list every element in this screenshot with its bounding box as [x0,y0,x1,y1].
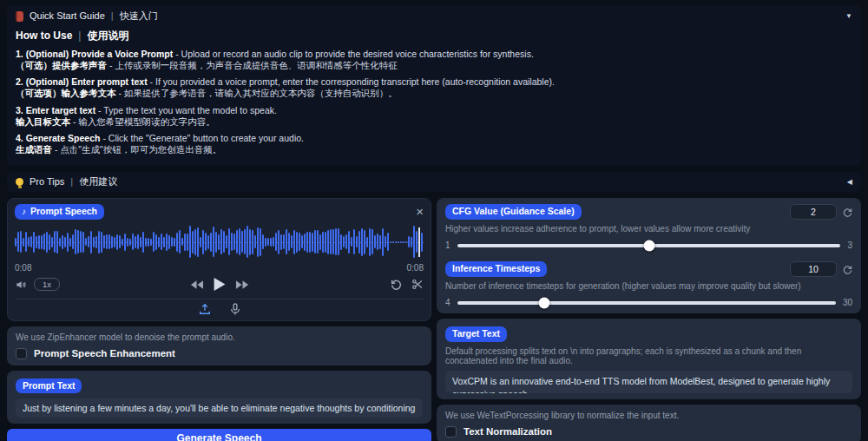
timesteps-block: Inference Timesteps 10 Number of inferen… [445,261,852,307]
timesteps-min-label: 4 [445,298,450,307]
prompt-text-input[interactable] [16,398,423,418]
prompt-speech-player: ♪ Prompt Speech × 0:08 0:08 [7,198,431,321]
timesteps-value-input[interactable]: 10 [790,261,837,277]
pro-tips-title: Pro Tips|使用建议 [30,175,117,188]
app: Quick Start Guide|快速入门 ▼ How to Use|使用说明… [0,0,868,441]
quick-start-title: Quick Start Guide|快速入门 [30,10,158,23]
target-text-input[interactable]: VoxCPM is an innovative end-to-end TTS m… [445,371,852,393]
prompt-text-group: Prompt Text [7,371,431,425]
target-text-group: Target Text Default processing splits te… [437,319,861,399]
cfg-reset-icon[interactable] [843,207,852,217]
cfg-block: CFG Value (Guidance Scale) 2 Higher valu… [445,204,852,250]
cfg-description: Higher values increase adherence to prom… [445,224,852,234]
timesteps-description: Number of inference timesteps for genera… [445,281,852,291]
play-button[interactable] [213,277,227,292]
timesteps-reset-icon[interactable] [843,265,852,274]
quick-start-accordion-header[interactable]: Quick Start Guide|快速入门 ▼ [16,10,852,23]
how-to-use-heading: How to Use|使用说明 [16,29,852,43]
microphone-icon[interactable] [230,303,240,315]
cfg-label: CFG Value (Guidance Scale) [445,204,582,220]
prompt-waveform[interactable] [15,222,424,262]
step-4: 4. Generate Speech - Click the "Generate… [16,133,852,155]
prompt-text-label: Prompt Text [16,378,82,394]
upload-icon[interactable] [199,303,211,315]
timesteps-slider-handle[interactable] [539,297,550,308]
audio-source-row [15,299,424,315]
cfg-slider[interactable] [457,244,841,247]
settings-group: CFG Value (Guidance Scale) 2 Higher valu… [437,198,861,313]
total-time: 0:08 [407,263,424,273]
quick-start-body: How to Use|使用说明 1. (Optional) Provide a … [16,29,852,155]
enhancement-checkbox[interactable] [16,348,27,359]
normalization-info: We use WeTextPorcessing library to norma… [445,411,852,420]
normalization-checkbox[interactable] [445,426,457,438]
normalization-group: We use WeTextPorcessing library to norma… [437,405,861,441]
lightbulb-icon [16,178,23,186]
step-1: 1. (Optional) Provide a Voice Prompt - U… [16,49,852,71]
enhancement-info: We use ZipEnhancer model to denoise the … [16,332,423,342]
main-columns: ♪ Prompt Speech × 0:08 0:08 [7,198,861,441]
target-text-label: Target Text [445,326,507,342]
undo-trim-icon[interactable] [391,279,402,290]
quick-start-section: Quick Start Guide|快速入门 ▼ How to Use|使用说明… [7,5,861,166]
cfg-slider-row: 1 3 [445,240,852,250]
volume-icon[interactable] [15,279,27,291]
pro-tips-accordion-header[interactable]: Pro Tips|使用建议 ◀ [7,172,861,192]
prompt-speech-label: ♪ Prompt Speech [15,204,104,220]
normalization-label[interactable]: Text Normalization [464,426,552,437]
normalization-checkbox-row[interactable]: Text Normalization [445,426,852,438]
prompt-time-row: 0:08 0:08 [15,263,424,273]
timesteps-slider[interactable] [457,301,836,305]
right-column: CFG Value (Guidance Scale) 2 Higher valu… [437,198,861,441]
target-text-description: Default processing splits text on \n int… [445,346,852,365]
prompt-waveform-bars[interactable] [15,222,424,262]
music-note-icon: ♪ [22,206,26,217]
chevron-left-icon: ◀ [847,178,852,186]
cfg-slider-handle[interactable] [643,240,654,251]
left-column: ♪ Prompt Speech × 0:08 0:08 [7,198,431,441]
skip-back-icon[interactable] [190,280,203,290]
step-3: 3. Enter target text - Type the text you… [16,105,852,128]
skip-forward-icon[interactable] [236,280,249,290]
elapsed-time: 0:08 [15,263,31,273]
timesteps-label: Inference Timesteps [445,261,547,277]
book-icon [16,11,23,22]
cfg-value-input[interactable]: 2 [790,204,837,220]
enhancement-label[interactable]: Prompt Speech Enhancement [34,348,175,359]
trim-scissors-icon[interactable] [411,279,424,290]
enhancement-group: We use ZipEnhancer model to denoise the … [7,326,431,365]
timesteps-max-label: 30 [843,298,852,307]
enhancement-checkbox-row[interactable]: Prompt Speech Enhancement [16,348,423,359]
prompt-controls: 1x [15,275,424,294]
cfg-min-label: 1 [445,240,450,250]
playhead [418,227,420,257]
generate-button[interactable]: Generate Speech [7,429,431,441]
cfg-max-label: 3 [847,240,852,250]
timesteps-slider-row: 4 30 [445,298,852,307]
step-2: 2. (Optional) Enter prompt text - If you… [16,76,852,99]
playback-speed-button[interactable]: 1x [34,278,60,291]
close-icon[interactable]: × [416,205,424,218]
chevron-down-icon: ▼ [845,12,852,20]
